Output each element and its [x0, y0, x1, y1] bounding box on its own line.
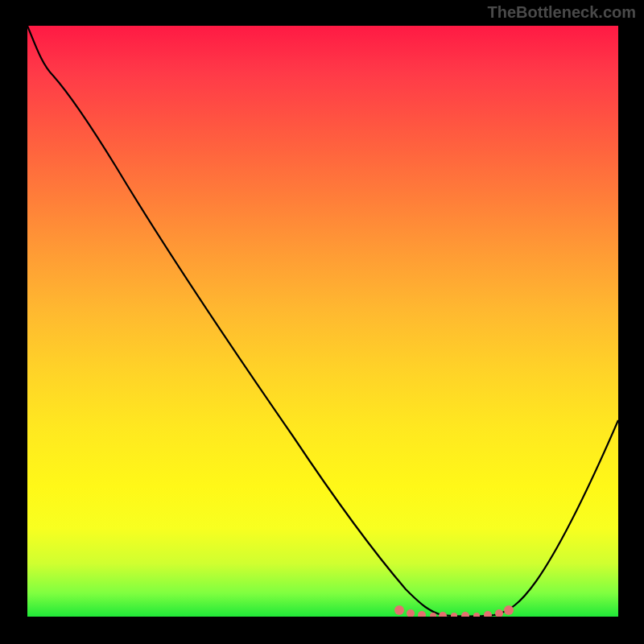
svg-point-0 — [394, 605, 404, 615]
plot-area — [27, 26, 618, 617]
svg-point-9 — [495, 609, 503, 617]
svg-point-4 — [439, 612, 447, 617]
curve-svg — [27, 26, 618, 617]
sweet-spot-markers — [394, 605, 514, 617]
bottleneck-curve-line — [27, 26, 618, 617]
watermark-text: TheBottleneck.com — [488, 3, 636, 22]
svg-point-1 — [407, 609, 415, 617]
chart-container: TheBottleneck.com — [0, 0, 644, 644]
svg-point-8 — [484, 611, 492, 617]
svg-point-2 — [418, 611, 426, 617]
svg-point-6 — [461, 612, 469, 617]
svg-point-10 — [504, 605, 514, 615]
svg-point-7 — [473, 613, 480, 617]
svg-point-5 — [451, 613, 457, 617]
